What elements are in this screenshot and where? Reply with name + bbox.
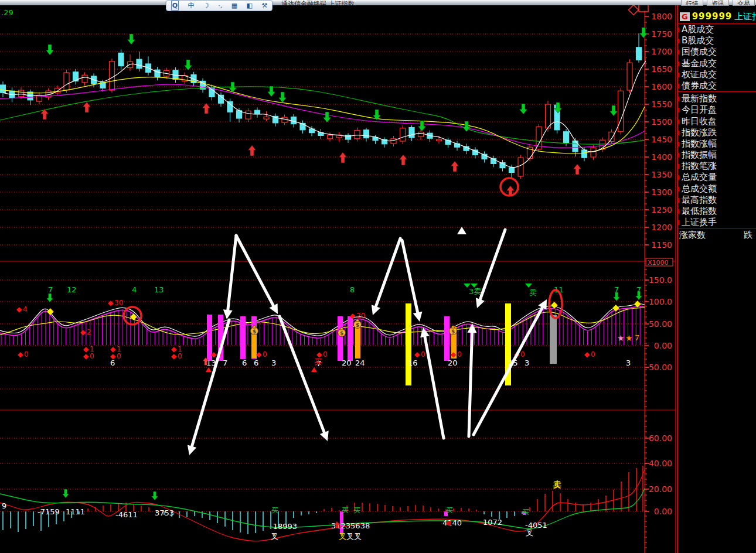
sidebar-item-low-index[interactable]: 最低指数 xyxy=(678,206,756,217)
svg-text:1650: 1650 xyxy=(651,64,672,74)
svg-text:1200: 1200 xyxy=(651,223,672,232)
svg-text:0: 0 xyxy=(117,352,121,360)
sidebar-item-high-index[interactable]: 最高指数 xyxy=(678,194,756,206)
svg-text:卖: 卖 xyxy=(529,288,537,297)
svg-text:★: ★ xyxy=(617,333,625,343)
svg-text:0: 0 xyxy=(591,350,595,359)
sidebar-item-index-change-pct[interactable]: 指数涨幅 xyxy=(678,138,756,149)
svg-text:买: 买 xyxy=(314,357,322,366)
sidebar-item-prev-close[interactable]: 昨日收盘 xyxy=(678,116,756,127)
svg-text:1800: 1800 xyxy=(651,12,672,21)
svg-text:150.0: 150.0 xyxy=(649,275,672,285)
svg-text:3: 3 xyxy=(626,359,631,367)
quote-header[interactable]: G 999999 上证指 xyxy=(678,9,756,24)
svg-text:◆: ◆ xyxy=(584,350,590,359)
sidebar-item-open-today[interactable]: 今日开盘 xyxy=(678,104,756,115)
ime-toolbar[interactable]: Q 中 ☽ ·, ▦ ◧ ⚒ xyxy=(166,0,273,11)
svg-text:7: 7 xyxy=(635,333,639,342)
sidebar-item-warrant-volume[interactable]: 权证成交 xyxy=(678,69,756,80)
sidebar-item-b-share-volume[interactable]: B股成交 xyxy=(678,35,756,46)
ime-tools-icon[interactable]: ⚒ xyxy=(261,1,267,10)
svg-text:叉: 叉 xyxy=(271,532,278,541)
tab-trade[interactable]: 交易 xyxy=(733,0,755,6)
ime-layout-icon[interactable]: ◧ xyxy=(247,1,253,10)
svg-text:7: 7 xyxy=(223,359,227,367)
svg-text:1700: 1700 xyxy=(651,47,672,56)
advancers-label: 涨家数 xyxy=(679,230,706,241)
svg-text:0: 0 xyxy=(421,350,425,359)
svg-text:16: 16 xyxy=(408,359,418,367)
svg-text:40.00: 40.00 xyxy=(649,459,672,468)
svg-text:买: 买 xyxy=(271,506,278,514)
candles-layer xyxy=(1,33,651,179)
tdx-terminal-window: 通达信金融终端 上证指数 行情 资讯 交易 Q 中 ☽ ·, ▦ ◧ ⚒ 180… xyxy=(0,0,756,553)
tab-quotes[interactable]: 行情 xyxy=(681,0,703,6)
advance-decline-row[interactable]: 涨家数 跌家数 xyxy=(678,230,756,241)
svg-text:20: 20 xyxy=(342,359,352,367)
sidebar-item-index-ticks-up[interactable]: 指数笔涨 xyxy=(678,161,756,172)
svg-text:买: 买 xyxy=(522,508,529,516)
svg-text:1111: 1111 xyxy=(66,507,85,516)
svg-text:6: 6 xyxy=(110,359,115,367)
svg-text:买: 买 xyxy=(446,506,453,514)
sidebar-item-turnover[interactable]: 上证换手 xyxy=(678,217,756,228)
svg-text:◆: ◆ xyxy=(18,350,23,359)
svg-text:买: 买 xyxy=(342,506,349,514)
sidebar-item-index-change[interactable]: 指数涨跌 xyxy=(678,127,756,138)
svg-text:50.00: 50.00 xyxy=(649,319,672,329)
svg-text:7: 7 xyxy=(48,285,53,294)
sidebar-item-bond-volume[interactable]: 国债成交 xyxy=(678,46,756,57)
svg-text:4140: 4140 xyxy=(442,518,462,527)
svg-text:◆: ◆ xyxy=(350,312,356,320)
signal-bars-layer xyxy=(207,303,557,385)
svg-text:3卖: 3卖 xyxy=(469,287,481,296)
sidebar-item-index-amplitude[interactable]: 指数振幅 xyxy=(678,149,756,161)
chart-canvas[interactable]: 1800175017001650160015501500145014001350… xyxy=(0,0,677,553)
sidebar-item-debenture-volume[interactable]: 债券成交 xyxy=(678,80,756,91)
svg-text:30: 30 xyxy=(114,299,123,307)
sidebar-item-fund-volume[interactable]: 基金成交 xyxy=(678,58,756,69)
svg-text:X1000: X1000 xyxy=(648,259,669,267)
tab-news[interactable]: 资讯 xyxy=(707,0,729,6)
sidebar-item-latest-index[interactable]: 最新指数 xyxy=(678,93,756,104)
ime-book-icon[interactable]: Q xyxy=(171,1,179,11)
svg-text:$: $ xyxy=(451,329,455,334)
ime-punctuation-icon[interactable]: ·, xyxy=(218,1,222,10)
svg-text:1250: 1250 xyxy=(651,205,672,214)
svg-text:◆: ◆ xyxy=(211,350,217,359)
svg-text:◆: ◆ xyxy=(612,302,619,313)
svg-text:0: 0 xyxy=(263,350,267,359)
svg-text:0: 0 xyxy=(90,352,94,360)
svg-text:1750: 1750 xyxy=(651,29,672,39)
window-title: 通达信金融终端 上证指数 xyxy=(281,0,355,5)
svg-text:买: 买 xyxy=(353,506,360,514)
corner-indicator-value: .29 xyxy=(1,8,13,17)
sidebar-item-total-amount[interactable]: 总成交额 xyxy=(678,183,756,194)
svg-text:20: 20 xyxy=(356,312,365,320)
svg-text:◆: ◆ xyxy=(451,350,457,359)
window-titlebar[interactable]: 通达信金融终端 上证指数 xyxy=(0,0,756,5)
svg-text:24: 24 xyxy=(355,359,365,367)
svg-text:◆: ◆ xyxy=(47,306,54,316)
market-flag-icon: G xyxy=(680,12,690,21)
svg-text:0: 0 xyxy=(323,350,328,359)
svg-text:20.00: 20.00 xyxy=(649,484,672,494)
svg-text:3753: 3753 xyxy=(155,508,174,517)
svg-text:0: 0 xyxy=(24,350,29,359)
ime-keyboard-icon[interactable]: ▦ xyxy=(231,1,237,10)
svg-text:-50.00: -50.00 xyxy=(646,363,672,372)
svg-text:0.00: 0.00 xyxy=(654,341,672,350)
svg-text:8: 8 xyxy=(350,285,355,294)
sidebar-item-a-share-volume[interactable]: A股成交 xyxy=(678,24,756,35)
svg-text:◆: ◆ xyxy=(171,352,177,360)
oscillator-layer xyxy=(0,304,645,345)
sidebar-item-total-volume[interactable]: 总成交量 xyxy=(678,172,756,183)
svg-text:◆: ◆ xyxy=(80,328,86,336)
decliners-label: 跌家数 xyxy=(744,230,756,241)
svg-text:0.00: 0.00 xyxy=(654,507,672,516)
ime-moon-icon[interactable]: ☽ xyxy=(203,1,209,10)
svg-text:20: 20 xyxy=(448,359,458,367)
ime-chinese-mode-icon[interactable]: 中 xyxy=(188,1,195,10)
svg-text:$: $ xyxy=(340,330,343,336)
svg-text:.29: .29 xyxy=(1,8,13,17)
